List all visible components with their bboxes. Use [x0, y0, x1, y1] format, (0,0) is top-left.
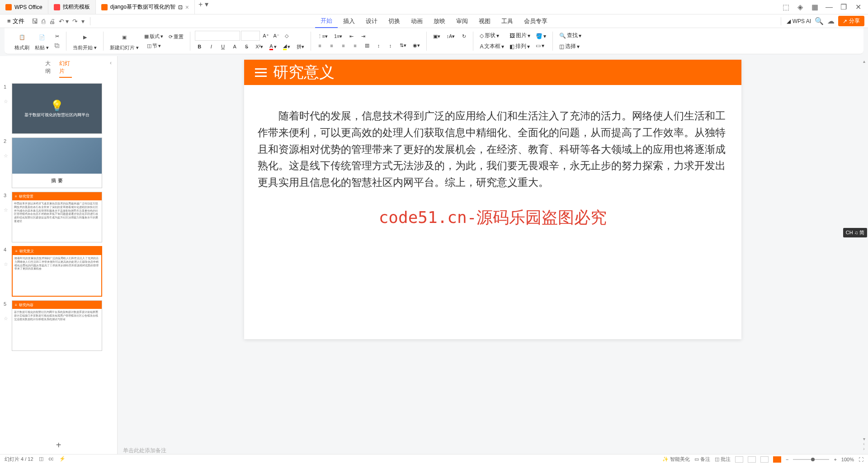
close-window-icon[interactable]: ✕ [852, 1, 864, 14]
align-left-button[interactable]: ≡ [316, 42, 325, 49]
cloud-icon[interactable]: ☁ [827, 17, 835, 25]
slide-thumb-2[interactable]: 2☆ 摘 要 [4, 137, 113, 188]
view-slideshow-button[interactable] [773, 456, 781, 463]
notes-input[interactable]: 单击此处添加备注 [118, 445, 868, 454]
chevron-left-icon[interactable]: ‹ [110, 60, 112, 66]
vert-align-button[interactable]: ▣▾ [431, 33, 442, 40]
font-size-select[interactable] [241, 31, 260, 41]
align-center-button[interactable]: ≡ [327, 42, 336, 49]
arrange-button[interactable]: ◧排列 ▾ [508, 42, 532, 51]
print-preview-icon[interactable]: 🖨 [49, 18, 55, 25]
picture-button[interactable]: 🖼图片 ▾ [508, 31, 532, 40]
scroll-down-icon[interactable]: ▾‹› [861, 436, 867, 451]
fit-window-button[interactable]: ⛶ [859, 457, 863, 462]
undo-icon[interactable]: ↶ ▾ [59, 18, 69, 25]
app-tab-template[interactable]: 找稻壳模板 [48, 0, 96, 14]
numbering-button[interactable]: 1≡▾ [332, 33, 344, 40]
fill-button[interactable]: 🪣▾ [534, 32, 548, 40]
line-height-down-button[interactable]: ↕ [386, 42, 395, 49]
textbox-button[interactable]: A文本框 ▾ [478, 42, 506, 51]
slideshow-from-current-button[interactable]: ▶ 当前开始 ▾ [71, 30, 99, 52]
cut-button[interactable]: ✂ [52, 33, 61, 40]
shadow-button[interactable]: A [230, 42, 239, 51]
convert-button[interactable]: ↻ [459, 33, 468, 40]
menu-tools[interactable]: 工具 [496, 14, 519, 28]
slide-thumb-5[interactable]: 5☆ ≡研究内容 基于数据可视化的智慧社区内网平台系统架构设计数据库设计前端界面… [4, 300, 113, 351]
text-dir-button[interactable]: ↕A▾ [445, 33, 457, 40]
format-painter-button[interactable]: 📋 格式刷 [13, 30, 31, 52]
zoom-level[interactable]: 100% [841, 457, 854, 462]
star-icon[interactable]: ☆ [4, 252, 9, 267]
menu-vip[interactable]: 会员专享 [519, 14, 553, 28]
win-btn-1[interactable]: ⬚ [779, 1, 792, 14]
close-icon[interactable]: × [185, 4, 189, 11]
wps-ai-button[interactable]: ◢ WPS AI [787, 18, 811, 24]
pinyin-button[interactable]: 拼▾ [295, 42, 306, 51]
text-direction-button[interactable]: ◉▾ [411, 42, 422, 49]
select-button[interactable]: ◫选择 ▾ [557, 42, 583, 51]
outline-tab-slides[interactable]: 幻灯片 [59, 60, 72, 78]
more-icon[interactable]: ▾ [81, 18, 85, 25]
copy-button[interactable]: ⿻ [52, 42, 61, 49]
font-family-select[interactable] [195, 31, 240, 41]
shape-button[interactable]: ◇形状 ▾ [478, 31, 506, 40]
line-height-up-button[interactable]: ↕ [374, 42, 383, 49]
thumb-preview[interactable]: 摘 要 [12, 137, 102, 188]
add-slide-button[interactable]: + [0, 436, 117, 454]
align-justify-button[interactable]: ≡ [351, 42, 360, 49]
star-icon[interactable]: ☆ [4, 307, 9, 322]
new-tab-button[interactable]: + ▾ [195, 0, 212, 14]
thumb-preview[interactable]: ≡研究内容 基于数据可视化的智慧社区内网平台系统架构设计数据库设计前端界面设计后… [12, 300, 102, 351]
redo-icon[interactable]: ↷ [72, 18, 78, 25]
reset-button[interactable]: ⟳重置 [167, 33, 185, 41]
outline-button[interactable]: ▭▾ [534, 42, 548, 50]
thumb-preview[interactable]: ≡研究背景 中国改革开放以来经济飞速发展信息技术的应用越来越广泛特别是互联网技术… [12, 192, 102, 242]
increase-indent-button[interactable]: ⇥ [359, 33, 368, 40]
slide-body[interactable]: 随着时代的发展，信息技术得到广泛的应用给人们和生活注入了充沛的活力。网络使人们生… [244, 85, 741, 339]
status-icon-1[interactable]: ◫ [39, 456, 43, 463]
highlight-button[interactable]: ◢▾ [281, 42, 292, 51]
scroll-up-icon[interactable]: ▴ [861, 59, 867, 64]
find-button[interactable]: 🔍查找 ▾ [557, 31, 583, 40]
menu-view[interactable]: 视图 [473, 14, 496, 28]
smart-beautify-button[interactable]: ✨ 智能美化 [662, 456, 690, 463]
slide-thumb-4[interactable]: 4☆ ≡研究意义 随着时代的发展信息技术得到广泛的应用给人们和生活注入了充沛的活… [4, 246, 113, 297]
status-icon-3[interactable]: ⚡ [59, 456, 66, 463]
superscript-button[interactable]: X²▾ [254, 42, 265, 51]
slide-thumb-3[interactable]: 3☆ ≡研究背景 中国改革开放以来经济飞速发展信息技术的应用越来越广泛特别是互联… [4, 192, 113, 242]
save-icon[interactable]: 🖫 [32, 18, 38, 25]
menu-animation[interactable]: 动画 [406, 14, 428, 28]
zoom-slider[interactable] [793, 459, 829, 460]
bullets-button[interactable]: ⋮≡▾ [316, 33, 330, 40]
columns-button[interactable]: ▥ [363, 42, 372, 49]
slide-title[interactable]: 研究意义 [273, 62, 335, 83]
maximize-icon[interactable]: ❐ [837, 1, 850, 14]
status-icon-2[interactable]: cc [49, 456, 54, 463]
paste-button[interactable]: 📄 粘贴 ▾ [33, 30, 51, 52]
section-button[interactable]: ◫节 ▾ [142, 42, 165, 50]
view-reading-button[interactable] [760, 456, 769, 463]
increase-font-button[interactable]: A⁺ [261, 31, 270, 41]
strikethrough-button[interactable]: S̶ [242, 42, 251, 51]
zoom-in-button[interactable]: + [834, 457, 836, 462]
search-icon[interactable]: 🔍 [815, 17, 824, 25]
file-menu[interactable]: ≡ 文件 [4, 17, 28, 25]
star-icon[interactable]: ☆ [4, 90, 9, 104]
view-sorter-button[interactable] [748, 456, 756, 463]
zoom-out-button[interactable]: − [786, 457, 788, 462]
menu-start[interactable]: 开始 [315, 14, 338, 28]
body-paragraph[interactable]: 随着时代的发展，信息技术得到广泛的应用给人们和生活注入了充沛的活力。网络使人们生… [258, 108, 728, 191]
win-btn-2[interactable]: ◈ [794, 1, 807, 14]
menu-transition[interactable]: 切换 [383, 14, 406, 28]
slide-thumb-1[interactable]: 1☆ 💡 基于数据可视化的智慧社区内网平台 [4, 83, 113, 134]
notes-toggle[interactable]: ▭ 备注 [694, 456, 710, 463]
bold-button[interactable]: B [195, 42, 204, 51]
app-tab-wps[interactable]: WPS Office [0, 0, 48, 14]
win-btn-3[interactable]: ▦ [808, 1, 821, 14]
new-slide-button[interactable]: ▣ 新建幻灯片 ▾ [108, 30, 141, 52]
layout-button[interactable]: ▦版式 ▾ [142, 32, 165, 41]
decrease-font-button[interactable]: A⁻ [272, 31, 281, 41]
minimize-icon[interactable]: — [823, 1, 835, 14]
slide-canvas[interactable]: 研究意义 随着时代的发展，信息技术得到广泛的应用给人们和生活注入了充沛的活力。网… [244, 60, 741, 339]
clear-format-button[interactable]: ◇ [282, 31, 291, 41]
